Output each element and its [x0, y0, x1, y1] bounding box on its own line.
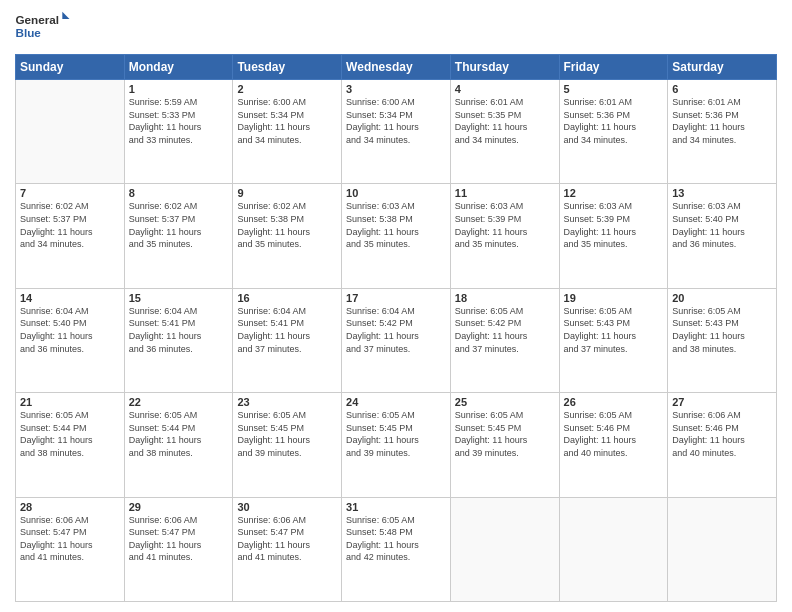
day-info: Sunrise: 6:04 AMSunset: 5:40 PMDaylight:…: [20, 305, 120, 355]
calendar-cell: 18Sunrise: 6:05 AMSunset: 5:42 PMDayligh…: [450, 288, 559, 392]
day-info: Sunrise: 6:00 AMSunset: 5:34 PMDaylight:…: [237, 96, 337, 146]
calendar-cell: 12Sunrise: 6:03 AMSunset: 5:39 PMDayligh…: [559, 184, 668, 288]
calendar-cell: 1Sunrise: 5:59 AMSunset: 5:33 PMDaylight…: [124, 80, 233, 184]
svg-text:Blue: Blue: [16, 26, 42, 39]
calendar-cell: 28Sunrise: 6:06 AMSunset: 5:47 PMDayligh…: [16, 497, 125, 601]
calendar-cell: [450, 497, 559, 601]
day-number: 4: [455, 83, 555, 95]
day-info: Sunrise: 6:05 AMSunset: 5:45 PMDaylight:…: [346, 409, 446, 459]
day-number: 18: [455, 292, 555, 304]
calendar-cell: 3Sunrise: 6:00 AMSunset: 5:34 PMDaylight…: [342, 80, 451, 184]
day-number: 30: [237, 501, 337, 513]
calendar-cell: 24Sunrise: 6:05 AMSunset: 5:45 PMDayligh…: [342, 393, 451, 497]
calendar-cell: 27Sunrise: 6:06 AMSunset: 5:46 PMDayligh…: [668, 393, 777, 497]
day-info: Sunrise: 6:05 AMSunset: 5:42 PMDaylight:…: [455, 305, 555, 355]
day-number: 13: [672, 187, 772, 199]
weekday-header-wednesday: Wednesday: [342, 55, 451, 80]
calendar-cell: 29Sunrise: 6:06 AMSunset: 5:47 PMDayligh…: [124, 497, 233, 601]
day-info: Sunrise: 6:04 AMSunset: 5:42 PMDaylight:…: [346, 305, 446, 355]
day-number: 17: [346, 292, 446, 304]
day-info: Sunrise: 6:03 AMSunset: 5:39 PMDaylight:…: [564, 200, 664, 250]
day-info: Sunrise: 6:03 AMSunset: 5:38 PMDaylight:…: [346, 200, 446, 250]
day-number: 6: [672, 83, 772, 95]
week-row-4: 21Sunrise: 6:05 AMSunset: 5:44 PMDayligh…: [16, 393, 777, 497]
calendar-cell: 19Sunrise: 6:05 AMSunset: 5:43 PMDayligh…: [559, 288, 668, 392]
calendar-cell: 8Sunrise: 6:02 AMSunset: 5:37 PMDaylight…: [124, 184, 233, 288]
weekday-header-monday: Monday: [124, 55, 233, 80]
day-number: 26: [564, 396, 664, 408]
day-info: Sunrise: 6:03 AMSunset: 5:40 PMDaylight:…: [672, 200, 772, 250]
week-row-3: 14Sunrise: 6:04 AMSunset: 5:40 PMDayligh…: [16, 288, 777, 392]
day-number: 1: [129, 83, 229, 95]
week-row-1: 1Sunrise: 5:59 AMSunset: 5:33 PMDaylight…: [16, 80, 777, 184]
day-number: 21: [20, 396, 120, 408]
calendar-cell: 2Sunrise: 6:00 AMSunset: 5:34 PMDaylight…: [233, 80, 342, 184]
day-number: 8: [129, 187, 229, 199]
day-number: 16: [237, 292, 337, 304]
day-number: 20: [672, 292, 772, 304]
day-info: Sunrise: 6:05 AMSunset: 5:43 PMDaylight:…: [672, 305, 772, 355]
calendar-cell: 30Sunrise: 6:06 AMSunset: 5:47 PMDayligh…: [233, 497, 342, 601]
svg-text:General: General: [16, 13, 60, 26]
calendar-table: SundayMondayTuesdayWednesdayThursdayFrid…: [15, 54, 777, 602]
day-info: Sunrise: 6:05 AMSunset: 5:43 PMDaylight:…: [564, 305, 664, 355]
weekday-header-saturday: Saturday: [668, 55, 777, 80]
day-number: 2: [237, 83, 337, 95]
day-info: Sunrise: 6:01 AMSunset: 5:36 PMDaylight:…: [564, 96, 664, 146]
day-number: 9: [237, 187, 337, 199]
calendar-cell: 10Sunrise: 6:03 AMSunset: 5:38 PMDayligh…: [342, 184, 451, 288]
weekday-header-tuesday: Tuesday: [233, 55, 342, 80]
calendar-cell: 14Sunrise: 6:04 AMSunset: 5:40 PMDayligh…: [16, 288, 125, 392]
day-number: 24: [346, 396, 446, 408]
calendar-cell: [668, 497, 777, 601]
day-info: Sunrise: 6:05 AMSunset: 5:48 PMDaylight:…: [346, 514, 446, 564]
svg-marker-2: [62, 12, 69, 19]
calendar-cell: 20Sunrise: 6:05 AMSunset: 5:43 PMDayligh…: [668, 288, 777, 392]
calendar-cell: 17Sunrise: 6:04 AMSunset: 5:42 PMDayligh…: [342, 288, 451, 392]
day-info: Sunrise: 6:02 AMSunset: 5:37 PMDaylight:…: [20, 200, 120, 250]
day-number: 10: [346, 187, 446, 199]
calendar-cell: 25Sunrise: 6:05 AMSunset: 5:45 PMDayligh…: [450, 393, 559, 497]
calendar-cell: 11Sunrise: 6:03 AMSunset: 5:39 PMDayligh…: [450, 184, 559, 288]
calendar-cell: 7Sunrise: 6:02 AMSunset: 5:37 PMDaylight…: [16, 184, 125, 288]
day-info: Sunrise: 6:06 AMSunset: 5:47 PMDaylight:…: [237, 514, 337, 564]
day-number: 22: [129, 396, 229, 408]
day-info: Sunrise: 6:00 AMSunset: 5:34 PMDaylight:…: [346, 96, 446, 146]
day-info: Sunrise: 6:02 AMSunset: 5:38 PMDaylight:…: [237, 200, 337, 250]
day-info: Sunrise: 6:05 AMSunset: 5:44 PMDaylight:…: [129, 409, 229, 459]
day-number: 27: [672, 396, 772, 408]
calendar-cell: 13Sunrise: 6:03 AMSunset: 5:40 PMDayligh…: [668, 184, 777, 288]
day-info: Sunrise: 5:59 AMSunset: 5:33 PMDaylight:…: [129, 96, 229, 146]
day-number: 31: [346, 501, 446, 513]
day-info: Sunrise: 6:05 AMSunset: 5:44 PMDaylight:…: [20, 409, 120, 459]
weekday-header-thursday: Thursday: [450, 55, 559, 80]
calendar-cell: 26Sunrise: 6:05 AMSunset: 5:46 PMDayligh…: [559, 393, 668, 497]
day-number: 5: [564, 83, 664, 95]
weekday-header-sunday: Sunday: [16, 55, 125, 80]
day-number: 7: [20, 187, 120, 199]
day-info: Sunrise: 6:01 AMSunset: 5:36 PMDaylight:…: [672, 96, 772, 146]
calendar-cell: 6Sunrise: 6:01 AMSunset: 5:36 PMDaylight…: [668, 80, 777, 184]
logo-icon: General Blue: [15, 10, 70, 46]
calendar-cell: [16, 80, 125, 184]
day-info: Sunrise: 6:06 AMSunset: 5:47 PMDaylight:…: [129, 514, 229, 564]
calendar-cell: 23Sunrise: 6:05 AMSunset: 5:45 PMDayligh…: [233, 393, 342, 497]
day-info: Sunrise: 6:06 AMSunset: 5:46 PMDaylight:…: [672, 409, 772, 459]
day-info: Sunrise: 6:02 AMSunset: 5:37 PMDaylight:…: [129, 200, 229, 250]
day-info: Sunrise: 6:05 AMSunset: 5:45 PMDaylight:…: [455, 409, 555, 459]
calendar-cell: 16Sunrise: 6:04 AMSunset: 5:41 PMDayligh…: [233, 288, 342, 392]
week-row-5: 28Sunrise: 6:06 AMSunset: 5:47 PMDayligh…: [16, 497, 777, 601]
day-number: 11: [455, 187, 555, 199]
calendar-cell: 22Sunrise: 6:05 AMSunset: 5:44 PMDayligh…: [124, 393, 233, 497]
header: General Blue: [15, 10, 777, 46]
day-number: 29: [129, 501, 229, 513]
day-info: Sunrise: 6:04 AMSunset: 5:41 PMDaylight:…: [237, 305, 337, 355]
day-number: 19: [564, 292, 664, 304]
calendar-cell: [559, 497, 668, 601]
day-number: 25: [455, 396, 555, 408]
day-info: Sunrise: 6:01 AMSunset: 5:35 PMDaylight:…: [455, 96, 555, 146]
week-row-2: 7Sunrise: 6:02 AMSunset: 5:37 PMDaylight…: [16, 184, 777, 288]
day-number: 3: [346, 83, 446, 95]
calendar-cell: 31Sunrise: 6:05 AMSunset: 5:48 PMDayligh…: [342, 497, 451, 601]
calendar-cell: 9Sunrise: 6:02 AMSunset: 5:38 PMDaylight…: [233, 184, 342, 288]
